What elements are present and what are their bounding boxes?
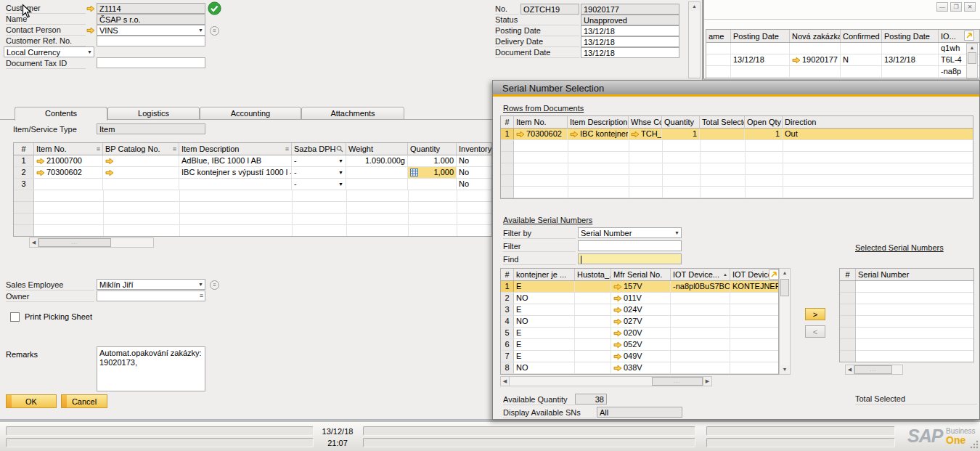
item-row[interactable]: 2 70300602 IBC kontejner s výpustí 1000 …	[14, 167, 491, 179]
document-date-field[interactable]: 13/12/18	[581, 47, 679, 58]
link-arrow-icon[interactable]	[613, 306, 622, 314]
rows-from-documents-link[interactable]: Rows from Documents	[503, 104, 584, 113]
resize-grip[interactable]	[970, 440, 979, 449]
link-arrow-icon[interactable]	[613, 318, 622, 325]
edit-circle-icon[interactable]: ≡	[210, 26, 219, 36]
quantity-cell-selected[interactable]: 1,000	[408, 167, 457, 178]
no-value-field[interactable]: 19020177	[581, 4, 679, 15]
serial-row[interactable]: 4 NO 027V	[501, 316, 778, 328]
serial-row[interactable]: 2 NO 011V	[501, 293, 778, 304]
order-row[interactable]: q1wh	[706, 43, 979, 54]
serials-horizontal-scrollbar[interactable]: ◀ ∙∙∙ ▶	[500, 376, 712, 386]
remarks-textarea[interactable]: Automat.opakování zakázky: 19020173,	[97, 346, 205, 391]
expand-grid-icon[interactable]	[964, 31, 974, 41]
link-arrow-icon[interactable]	[516, 131, 525, 138]
customer-field[interactable]: Z1114	[97, 3, 205, 14]
dropdown-arrow-icon[interactable]: ▼	[198, 282, 203, 288]
link-arrow-icon[interactable]	[613, 330, 622, 337]
serial-row-selected[interactable]: 1 E 157V -na8pl0BuS7BOX: KONTEJNER	[501, 281, 778, 293]
dropdown-arrow-icon[interactable]: ▼	[87, 49, 92, 55]
choose-from-list-icon[interactable]: ≡	[200, 293, 203, 298]
scrollbar-thumb[interactable]: ∙∙∙	[38, 238, 111, 247]
scroll-right-icon[interactable]: ▶	[703, 377, 711, 386]
selected-serials-header[interactable]: # Serial Number	[840, 269, 973, 281]
selected-serials-link[interactable]: Selected Serial Numbers	[855, 243, 944, 252]
link-arrow-icon[interactable]	[792, 57, 801, 64]
print-picking-checkbox[interactable]	[10, 312, 20, 322]
tab-logistics[interactable]: Logistics	[107, 107, 200, 120]
serial-row[interactable]: 6 E 052V	[501, 339, 778, 351]
minimize-icon[interactable]: —	[936, 2, 948, 12]
delivery-date-field[interactable]: 13/12/18	[581, 36, 679, 47]
contact-person-combo[interactable]: VINS▼	[97, 25, 205, 36]
link-arrow-icon[interactable]	[86, 27, 95, 34]
expand-grid-icon[interactable]	[769, 269, 779, 280]
dropdown-arrow-icon[interactable]: ▼	[338, 167, 343, 178]
link-arrow-icon[interactable]	[613, 365, 622, 372]
customer-ref-field[interactable]	[97, 36, 205, 46]
scroll-up-icon[interactable]: ▲	[689, 2, 700, 11]
currency-combo[interactable]: Local Currency▼	[4, 46, 94, 57]
scroll-up-icon[interactable]: ▲	[780, 269, 789, 277]
available-serials-link[interactable]: Available Serial Numbers	[503, 216, 592, 224]
close-icon[interactable]: ✕	[964, 2, 976, 12]
sort-asc-icon[interactable]: ▲	[723, 272, 727, 277]
scroll-left-icon[interactable]: ◀	[846, 365, 854, 374]
move-right-button[interactable]: >	[805, 308, 825, 320]
items-horizontal-scrollbar[interactable]: ◀ ∙∙∙	[29, 237, 154, 248]
scrollbar-thumb[interactable]	[780, 279, 789, 296]
edit-circle-icon[interactable]: ≡	[210, 280, 219, 290]
item-row[interactable]: 3 -▼ No	[14, 179, 491, 190]
scrollbar-thumb[interactable]	[968, 52, 976, 64]
tab-contents[interactable]: Contents	[15, 107, 107, 121]
serial-row[interactable]: 7 E 049V	[501, 351, 778, 362]
move-left-button[interactable]: <	[805, 325, 825, 338]
document-row-selected[interactable]: 1 70300602 IBC kontejner s vý TCH_NYM 1 …	[501, 129, 973, 140]
find-input[interactable]	[578, 253, 682, 264]
link-arrow-icon[interactable]	[613, 353, 622, 360]
item-service-type-field[interactable]: Item	[97, 123, 205, 134]
display-available-sns-field[interactable]: All	[597, 407, 682, 418]
column-sort-icon[interactable]: ≡	[97, 145, 100, 153]
serials-vertical-scrollbar[interactable]: ▲ ▼	[779, 268, 791, 375]
serial-row[interactable]: 5 E 020V	[501, 328, 778, 339]
tab-attachments[interactable]: Attachments	[301, 107, 404, 120]
column-sort-icon[interactable]: ≡	[285, 145, 289, 153]
quantity-calc-icon[interactable]	[410, 168, 418, 176]
dropdown-arrow-icon[interactable]: ▼	[198, 28, 203, 33]
serial-row[interactable]: 3 E 024V	[501, 304, 778, 316]
filter-input[interactable]	[578, 240, 682, 251]
item-row[interactable]: 1 21000700 AdBlue, IBC 1000 l AB -▼ 1.09…	[14, 155, 491, 167]
link-arrow-icon[interactable]	[613, 283, 622, 290]
items-table-header[interactable]: # Item No.≡ BP Catalog No.≡ Item Descrip…	[14, 143, 491, 155]
link-arrow-icon[interactable]	[105, 158, 114, 165]
selected-horizontal-scrollbar[interactable]: ◀ ∙∙∙	[845, 365, 903, 375]
serial-row[interactable]: 8 NO 038V	[501, 362, 778, 374]
scrollbar-thumb[interactable]: ∙∙∙	[854, 365, 892, 374]
link-arrow-icon[interactable]	[570, 131, 579, 138]
restore-icon[interactable]: ❐	[950, 2, 962, 12]
cancel-button[interactable]: Cancel	[61, 394, 107, 408]
orders-table-header[interactable]: ame Posting Date Nová zakázka Confirmed …	[706, 30, 979, 43]
tab-accounting[interactable]: Accounting	[200, 107, 301, 120]
name-field[interactable]: ČSAP s r.o.	[97, 14, 205, 25]
scroll-up-icon[interactable]: ▲	[968, 44, 976, 52]
sales-employee-combo[interactable]: Miklín Jiří▼	[97, 279, 205, 290]
filter-by-combo[interactable]: Serial Number▼	[578, 227, 682, 238]
owner-field[interactable]: ≡	[97, 290, 205, 301]
link-arrow-icon[interactable]	[105, 169, 114, 176]
column-sort-icon[interactable]: ≡	[173, 145, 176, 153]
dialog-title[interactable]: Serial Number Selection	[493, 81, 979, 97]
document-tax-id-field[interactable]	[97, 57, 205, 68]
order-row[interactable]: -na8p	[706, 66, 979, 78]
available-serials-header[interactable]: # kontejner je ... Hustota_... Mfr Seria…	[501, 269, 778, 281]
scrollbar-thumb[interactable]: ∙∙∙	[652, 377, 703, 386]
status-field[interactable]: Unapproved	[581, 15, 679, 25]
orders-vertical-scrollbar[interactable]: ▲	[966, 43, 978, 78]
scroll-down-icon[interactable]: ▼	[780, 365, 789, 374]
search-icon[interactable]	[336, 145, 343, 153]
scroll-left-icon[interactable]: ◀	[501, 377, 510, 386]
form-vertical-scrollbar[interactable]: ▲	[688, 1, 701, 78]
no-series-field[interactable]: OZTCH19	[520, 4, 579, 15]
link-arrow-icon[interactable]	[86, 5, 95, 12]
